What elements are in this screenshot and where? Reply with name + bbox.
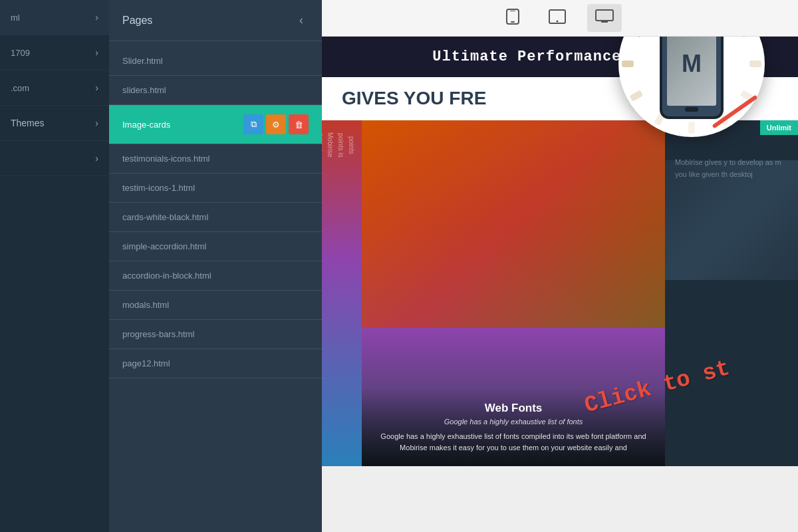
sidebar: ml › 1709 › .com › Themes › ›: [0, 0, 109, 532]
unlimited-heading-text: Unlimit: [767, 124, 791, 132]
photo-overlay: [362, 120, 665, 328]
chevron-right-icon-5: ›: [95, 153, 98, 164]
svg-rect-5: [596, 10, 613, 21]
phone-screen: M: [667, 37, 716, 106]
page-settings-button[interactable]: ⚙: [266, 114, 286, 134]
page-item-accordion-in-block[interactable]: accordion-in-block.html: [109, 261, 322, 291]
web-fonts-body: Google has a highly exhaustive list of f…: [375, 431, 652, 453]
page-item-testim-icons-1-name: testim-icons-1.html: [122, 183, 309, 193]
mobile-view-button[interactable]: [498, 3, 527, 33]
chevron-right-icon-themes: ›: [95, 118, 98, 128]
main-area: Ultimate Performance speed! GIVES YOU FR…: [322, 0, 798, 532]
svg-rect-18: [630, 37, 644, 38]
page-item-accordion-in-block-name: accordion-in-block.html: [122, 271, 309, 281]
sidebar-item-2[interactable]: 1709 ›: [0, 35, 109, 70]
page-item-simple-accordion-name: simple-accordion.html: [122, 241, 309, 251]
sidebar-item-5[interactable]: ›: [0, 141, 109, 176]
sidebar-item-themes[interactable]: Themes ›: [0, 106, 109, 141]
page-copy-button[interactable]: ⧉: [243, 114, 263, 134]
page-item-cards-white-black[interactable]: cards-white-black.html: [109, 203, 322, 232]
center-card: Web Fonts Google has a highly exhaustive…: [362, 120, 665, 466]
svg-rect-10: [740, 37, 754, 38]
phone-circle: M: [618, 37, 765, 137]
svg-point-4: [557, 21, 559, 23]
unlimited-badge: Unlimit: [760, 120, 798, 135]
chevron-right-icon-1: ›: [95, 12, 98, 23]
cards-area: pointspoints isMobirisef this byonsive W…: [322, 120, 798, 466]
left-column: pointspoints isMobirisef this byonsive: [322, 120, 362, 466]
page-item-progress-bars[interactable]: progress-bars.html: [109, 320, 322, 349]
sidebar-item-3-label: .com: [11, 83, 95, 93]
page-item-page12[interactable]: page12.html: [109, 349, 322, 378]
svg-rect-17: [622, 61, 634, 67]
preview-content: Ultimate Performance speed! GIVES YOU FR…: [322, 37, 798, 532]
chevron-right-icon-2: ›: [95, 47, 98, 58]
page-item-image-cards-actions: ⧉ ⚙ 🗑: [243, 114, 309, 134]
page-item-page12-name: page12.html: [122, 358, 309, 368]
desktop-view-button[interactable]: [587, 4, 622, 32]
sidebar-item-2-label: 1709: [11, 48, 95, 58]
gives-you-section: GIVES YOU FRE: [322, 77, 798, 120]
pages-list: Slider.html sliders.html Image-cards ⧉ ⚙…: [109, 41, 322, 532]
pages-panel: Pages ‹ Slider.html sliders.html Image-c…: [109, 0, 322, 532]
page-item-sliders[interactable]: sliders.html: [109, 76, 322, 105]
points-text-left: pointspoints isMobirisef this byonsive: [322, 127, 362, 163]
svg-rect-14: [688, 122, 695, 134]
pages-panel-title: Pages: [122, 15, 152, 27]
toolbar: [322, 0, 798, 37]
svg-rect-2: [510, 11, 515, 11]
phone-body: M: [660, 37, 724, 119]
preview-area: Ultimate Performance speed! GIVES YOU FR…: [322, 37, 798, 532]
page-item-testim-icons-1[interactable]: testim-icons-1.html: [109, 174, 322, 203]
page-item-image-cards-name: Image-cards: [122, 120, 243, 130]
web-fonts-subtext: Google has a highly exhaustive list of f…: [375, 418, 652, 426]
page-item-slider-name: Slider.html: [122, 56, 309, 66]
tablet-view-button[interactable]: [541, 4, 574, 32]
page-item-slider[interactable]: Slider.html: [109, 47, 322, 76]
gives-you-text: GIVES YOU FRE: [342, 88, 486, 108]
svg-rect-16: [630, 90, 644, 102]
page-item-testimonials-icons-name: testimonials-icons.html: [122, 154, 309, 164]
pages-close-button[interactable]: ‹: [294, 11, 309, 30]
phone-m-letter: M: [682, 50, 702, 78]
page-item-sliders-name: sliders.html: [122, 85, 309, 95]
sidebar-item-themes-label: Themes: [11, 118, 95, 128]
sidebar-item-1[interactable]: ml ›: [0, 0, 109, 35]
laptop-image-placeholder: [665, 160, 798, 280]
phone-bottom-button: [685, 107, 698, 112]
page-item-testimonials-icons[interactable]: testimonials-icons.html: [109, 144, 322, 174]
page-item-progress-bars-name: progress-bars.html: [122, 329, 309, 339]
sidebar-item-3[interactable]: .com ›: [0, 70, 109, 106]
svg-rect-11: [749, 61, 761, 67]
pages-header: Pages ‹: [109, 0, 322, 41]
page-item-simple-accordion[interactable]: simple-accordion.html: [109, 232, 322, 261]
page-item-cards-white-black-name: cards-white-black.html: [122, 212, 309, 222]
sidebar-item-1-label: ml: [11, 13, 95, 23]
chevron-right-icon-3: ›: [95, 82, 98, 93]
page-item-image-cards[interactable]: Image-cards ⧉ ⚙ 🗑: [109, 105, 322, 144]
page-item-modals-name: modals.html: [122, 300, 309, 310]
right-card: Unlimit Mobirise gives y to develop as m…: [665, 120, 798, 466]
page-item-modals[interactable]: modals.html: [109, 291, 322, 320]
page-delete-button[interactable]: 🗑: [289, 114, 309, 134]
svg-rect-1: [511, 21, 515, 23]
